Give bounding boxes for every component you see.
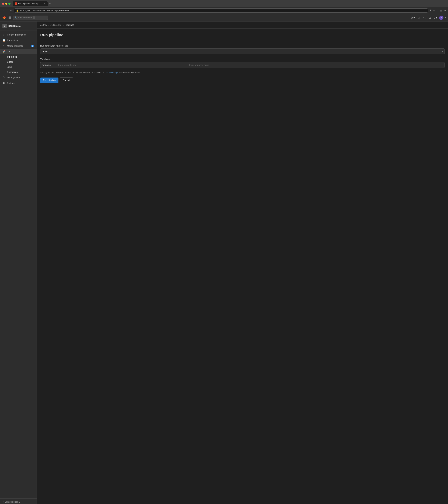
browser-tabs: Run pipeline · Jeffrey / DNSCo… ✕ + [13,1,434,6]
issues-btn[interactable]: ◻ [417,16,420,20]
cicd-settings-link[interactable]: CI/CD settings [105,72,118,74]
repo-icon: 📋 [2,39,5,42]
gitlab-logo[interactable] [2,16,6,20]
back-btn[interactable]: ‹ [2,9,4,12]
tab-label: Run pipeline · Jeffrey / DNSCo… [18,2,42,5]
title-bar: Run pipeline · Jeffrey / DNSCo… ✕ + [0,0,448,7]
subnav-label: Editor [7,61,13,63]
breadcrumb-current: Pipelines [65,24,74,26]
breadcrumb-jeffrey[interactable]: Jeffrey [40,24,47,26]
info-icon: ℹ [2,33,5,36]
new-tab-btn[interactable]: + [48,2,52,6]
activity-btn[interactable]: ☑ [428,16,432,20]
breadcrumb: Jeffrey › DNSControl › Pipelines [37,21,448,29]
main-content: Jeffrey › DNSControl › Pipelines Run pip… [37,21,448,504]
sidebar-item-label: Project information [7,34,34,36]
sidebar-item-label: Deployments [7,76,34,79]
url-text: https://gitlab.com/cafferata/dnscontrol/… [19,9,426,12]
search-icon: 🔍 [15,17,17,19]
collapse-sidebar-btn[interactable]: « Collapse sidebar [0,498,36,504]
forward-btn[interactable]: › [6,9,8,12]
sidebar-item-deployments[interactable]: ⬡ Deployments [0,74,36,80]
active-tab[interactable]: Run pipeline · Jeffrey / DNSCo… ✕ [13,1,48,6]
variable-key-input[interactable] [56,62,187,68]
variables-section: Variables Variable File ▾ [40,58,445,68]
sidebar-sub-item-pipelines[interactable]: Pipelines [0,54,36,59]
sidebar-item-cicd[interactable]: 🚀 CI/CD [0,49,36,54]
sidebar-sub-item-jobs[interactable]: Jobs [0,64,36,70]
deployments-icon: ⬡ [2,76,5,79]
top-nav-actions: ⊕ ▾ ◻ ⑂ ▾ ☑ ? ▾ J ▾ [410,16,446,20]
user-avatar[interactable]: J [439,16,444,20]
var-type-wrapper: Variable File ▾ [40,62,56,68]
subnav-label: Schedules [7,71,18,73]
main-area: D DNSControl ℹ Project information 📋 Rep… [0,21,448,504]
cicd-icon: 🚀 [2,50,5,53]
cicd-subnav: Pipelines Editor Jobs Schedules [0,54,36,74]
settings-icon: ⚙ [2,82,5,84]
merge-requests-badge: 0 [31,45,34,47]
project-avatar: D [2,24,7,28]
sidebar-item-settings[interactable]: ⚙ Settings [0,80,36,86]
menu-icon[interactable]: ⋯ [444,9,446,12]
variable-type-select[interactable]: Variable File [40,62,56,68]
sidebar-item-repository[interactable]: 📋 Repository [0,37,36,43]
app-container: ☰ 🔍 Search GitLab / ⊕ ▾ ◻ ⑂ ▾ ☑ ? ▾ J ▾ … [0,14,448,504]
reload-btn[interactable]: ↻ [9,9,13,12]
tab-close-btn[interactable]: ✕ [44,3,46,5]
hint-after: will be used by default. [119,72,140,74]
sidebar-item-label: Repository [7,39,34,42]
sidebar-item-merge-requests[interactable]: ⑂ Merge requests 0 [0,43,36,49]
hint-text: Specify variable values to be used in th… [40,72,445,74]
sidebar-item-project-info[interactable]: ℹ Project information [0,32,36,37]
subnav-label: Pipelines [7,55,17,58]
breadcrumb-dnscontrol[interactable]: DNSControl [50,24,62,26]
global-search-box[interactable]: 🔍 Search GitLab / [13,16,48,20]
browser-chrome: Run pipeline · Jeffrey / DNSCo… ✕ + ‹ › … [0,0,448,14]
nav-actions: ⬆ ☆ ⧉ ▤ ⋯ [430,9,446,12]
window-controls [2,3,11,5]
merge-icon: ⑂ [2,44,5,47]
sidebar-item-label: CI/CD [7,50,34,53]
sidebar-item-label: Settings [7,82,34,84]
project-header: D DNSControl [0,21,36,30]
close-window-btn[interactable] [2,3,4,5]
sidebar-sub-item-editor[interactable]: Editor [0,59,36,64]
sidebar-item-label: Merge requests [7,45,29,47]
hamburger-btn[interactable]: ☰ [8,15,12,20]
variables-title: Variables [40,58,445,60]
avatar-chevron[interactable]: ▾ [445,17,446,19]
nav-bar: ‹ › ↻ 🔒 https://gitlab.com/cafferata/dns… [0,7,448,14]
project-name: DNSControl [8,25,21,27]
search-shortcut: / [33,17,35,19]
sidebar-sub-item-schedules[interactable]: Schedules [0,70,36,74]
branch-section: Run for branch name or tag main ▾ [40,44,445,54]
maximize-window-btn[interactable] [8,3,11,5]
cancel-button[interactable]: Cancel [60,77,73,83]
branch-select-wrapper: main ▾ [40,49,445,54]
lock-icon: 🔒 [16,9,18,12]
search-placeholder: Search GitLab [18,17,32,19]
branch-select[interactable]: main [40,49,445,54]
sidebar-nav: ℹ Project information 📋 Repository ⑂ Mer… [0,30,36,498]
collapse-label: Collapse sidebar [5,501,20,503]
sidebar: D DNSControl ℹ Project information 📋 Rep… [0,21,37,504]
extensions-icon[interactable]: ⧉ [437,9,438,12]
share-icon[interactable]: ⬆ [430,9,431,12]
variable-value-input[interactable] [187,62,445,68]
help-btn[interactable]: ? ▾ [433,16,438,20]
sidebar-icon[interactable]: ▤ [440,9,442,12]
create-btn[interactable]: ⊕ ▾ [410,16,416,20]
hint-before: Specify variable values to be used in th… [40,72,105,74]
collapse-icon: « [2,501,4,503]
branch-label: Run for branch name or tag [40,44,445,47]
run-pipeline-button[interactable]: Run pipeline [40,77,58,83]
minimize-window-btn[interactable] [5,3,7,5]
page-content: Run pipeline Run for branch name or tag … [37,29,448,87]
subnav-label: Jobs [7,66,12,68]
variables-row: Variable File ▾ [40,62,445,68]
address-bar[interactable]: 🔒 https://gitlab.com/cafferata/dnscontro… [14,8,428,13]
merge-requests-nav-btn[interactable]: ⑂ ▾ [422,16,427,20]
bookmark-icon[interactable]: ☆ [433,9,435,12]
page-title: Run pipeline [40,33,445,37]
